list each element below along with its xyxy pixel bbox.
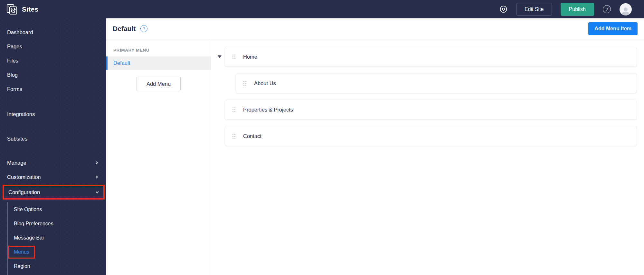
page-header: Default ? Add Menu Item [106, 18, 644, 39]
sidebar-item-message-bar[interactable]: Message Bar [0, 231, 106, 245]
page-title: Default [113, 25, 136, 33]
drag-handle-icon[interactable] [232, 54, 236, 60]
preview-eye-icon[interactable] [499, 5, 508, 14]
sidebar-item-site-options[interactable]: Site Options [0, 202, 106, 217]
menu-item-row: Properties & Projects [211, 100, 637, 120]
sites-logo-icon [6, 3, 18, 15]
menu-item-row: About Us [211, 73, 637, 93]
sidebar-group-manage-label: Manage [7, 160, 26, 166]
sidebar-item-blog-preferences[interactable]: Blog Preferences [0, 217, 106, 231]
sidebar-item-region[interactable]: Region [0, 259, 106, 273]
sidebar-group-customization[interactable]: Customization [0, 170, 106, 184]
menu-item-card-about-us[interactable]: About Us [236, 73, 637, 93]
drag-handle-icon[interactable] [232, 107, 236, 113]
help-icon[interactable]: ? [603, 5, 611, 13]
menu-list-panel: PRIMARY MENU Default Add Menu [106, 39, 211, 275]
chevron-right-icon [95, 161, 99, 165]
collapse-caret-icon[interactable] [218, 55, 222, 58]
menu-item-label: Properties & Projects [243, 107, 293, 113]
sidebar-item-pages[interactable]: Pages [0, 39, 106, 54]
menu-item-label: Home [243, 54, 257, 60]
chevron-down-icon [95, 190, 99, 194]
title-help-icon[interactable]: ? [140, 25, 147, 32]
publish-button[interactable]: Publish [561, 3, 594, 16]
menu-entry-default[interactable]: Default [106, 56, 211, 70]
drag-handle-icon[interactable] [232, 133, 236, 139]
sidebar-item-forms[interactable]: Forms [0, 82, 106, 96]
app-title: Sites [22, 5, 38, 13]
add-menu-button[interactable]: Add Menu [137, 77, 181, 91]
sidebar-group-customization-label: Customization [7, 174, 41, 180]
top-bar: Sites Edit Site Publish ? [0, 0, 644, 18]
menu-item-label: About Us [254, 80, 276, 86]
menu-item-card-home[interactable]: Home [225, 47, 637, 67]
sidebar-group-configuration[interactable]: Configuration [3, 185, 105, 200]
sidebar-item-files[interactable]: Files [0, 54, 106, 68]
menu-item-row: Contact [211, 126, 637, 146]
primary-menu-label: PRIMARY MENU [113, 48, 211, 53]
user-avatar[interactable] [620, 3, 632, 15]
sidebar-item-dashboard[interactable]: Dashboard [0, 25, 106, 39]
add-menu-item-button[interactable]: Add Menu Item [588, 22, 638, 35]
submenu-indent-guide [7, 202, 8, 275]
menus-annotation-box: Menus [8, 246, 35, 259]
sidebar-item-blog[interactable]: Blog [0, 68, 106, 82]
menu-item-card-contact[interactable]: Contact [225, 126, 637, 146]
edit-site-button[interactable]: Edit Site [516, 3, 552, 16]
sidebar-item-integrations[interactable]: Integrations [0, 107, 106, 121]
menu-item-label: Contact [243, 133, 261, 139]
menu-items-list: Home About Us [211, 39, 644, 275]
chevron-right-icon [95, 175, 99, 179]
sidebar-group-configuration-label: Configuration [8, 189, 40, 195]
drag-handle-icon[interactable] [243, 81, 247, 86]
sidebar-item-subsites[interactable]: Subsites [0, 132, 106, 146]
menu-item-row: Home [211, 47, 637, 67]
menu-item-card-properties-projects[interactable]: Properties & Projects [225, 100, 637, 120]
sidebar-group-manage[interactable]: Manage [0, 156, 106, 170]
sidebar-navigation: Dashboard Pages Files Blog Forms Integra… [0, 18, 106, 275]
sidebar-item-menus[interactable]: Menus [0, 245, 106, 259]
